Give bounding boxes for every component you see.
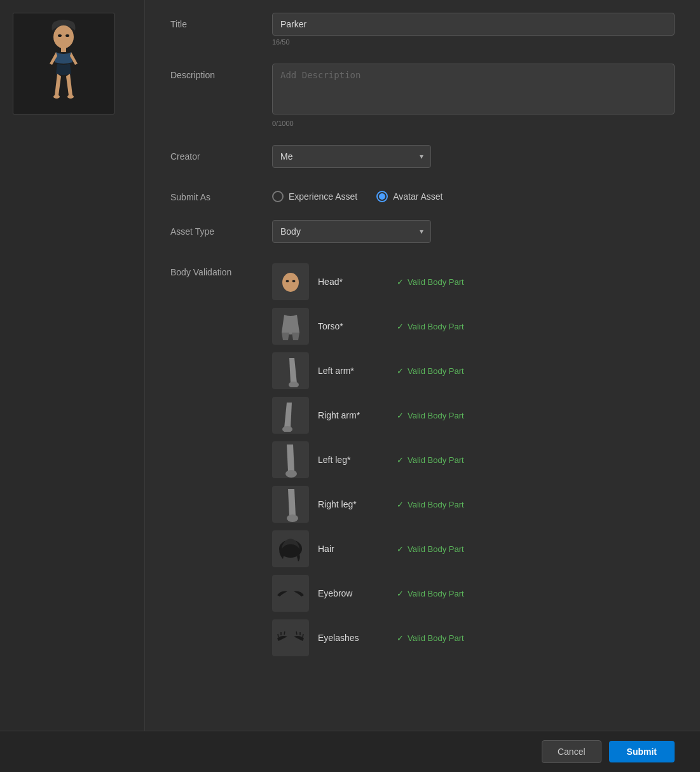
head-name: Head* <box>318 277 388 287</box>
avatar-figure <box>38 19 89 108</box>
hair-name: Hair <box>318 544 388 554</box>
right-leg-check-icon: ✓ <box>397 500 404 509</box>
radio-experience-label: Experience Asset <box>289 191 357 202</box>
left-arm-thumbnail <box>272 352 309 389</box>
left-leg-valid-badge: ✓ Valid Body Part <box>397 455 464 465</box>
sidebar <box>0 0 145 731</box>
right-leg-valid-badge: ✓ Valid Body Part <box>397 500 464 509</box>
svg-point-14 <box>287 514 298 522</box>
eyelashes-svg <box>275 628 306 647</box>
validation-item-eyebrow: Eyebrow ✓ Valid Body Part <box>272 572 675 614</box>
cancel-button[interactable]: Cancel <box>542 740 601 763</box>
submit-as-radio-group: Experience Asset Avatar Asset <box>272 186 675 202</box>
submit-button[interactable]: Submit <box>609 741 675 762</box>
eyelashes-thumbnail <box>272 619 309 656</box>
svg-line-18 <box>284 631 285 635</box>
radio-avatar-label: Avatar Asset <box>393 191 443 202</box>
description-control: 0/1000 <box>272 64 675 127</box>
torso-valid-badge: ✓ Valid Body Part <box>397 322 464 331</box>
eyelashes-valid-badge: ✓ Valid Body Part <box>397 633 464 643</box>
validation-item-right-leg: Right leg* ✓ Valid Body Part <box>272 483 675 525</box>
hair-thumbnail <box>272 530 309 567</box>
radio-experience-asset[interactable]: Experience Asset <box>272 191 357 202</box>
title-input[interactable] <box>272 13 675 36</box>
right-arm-thumbnail <box>272 397 309 434</box>
title-label: Title <box>170 13 272 29</box>
submit-as-label: Submit As <box>170 186 272 202</box>
eyebrow-valid-badge: ✓ Valid Body Part <box>397 589 464 598</box>
asset-type-select[interactable]: Body Head Torso Left Arm Right Arm Left … <box>272 220 431 243</box>
asset-type-label: Asset Type <box>170 220 272 237</box>
creator-select-wrapper: Me Group <box>272 145 431 168</box>
left-arm-check-icon: ✓ <box>397 366 404 376</box>
left-leg-valid-text: Valid Body Part <box>408 455 464 465</box>
left-leg-check-icon: ✓ <box>397 455 404 465</box>
head-svg <box>278 266 303 298</box>
validation-item-right-arm: Right arm* ✓ Valid Body Part <box>272 394 675 436</box>
creator-select[interactable]: Me Group <box>272 145 431 168</box>
svg-point-11 <box>289 382 299 387</box>
submit-as-control: Experience Asset Avatar Asset <box>272 186 675 202</box>
eyebrow-name: Eyebrow <box>318 588 388 598</box>
validation-item-left-leg: Left leg* ✓ Valid Body Part <box>272 439 675 481</box>
svg-point-13 <box>285 470 297 478</box>
asset-type-select-wrapper: Body Head Torso Left Arm Right Arm Left … <box>272 220 431 243</box>
validation-list: Head* ✓ Valid Body Part <box>272 261 675 659</box>
svg-line-16 <box>278 634 278 637</box>
head-valid-badge: ✓ Valid Body Part <box>397 277 464 287</box>
svg-point-8 <box>282 273 299 292</box>
title-char-count: 16/50 <box>272 38 675 46</box>
title-control: 16/50 <box>272 13 675 46</box>
creator-label: Creator <box>170 145 272 162</box>
left-arm-valid-text: Valid Body Part <box>408 366 464 376</box>
right-arm-valid-badge: ✓ Valid Body Part <box>397 411 464 420</box>
svg-point-5 <box>53 95 60 99</box>
hair-valid-badge: ✓ Valid Body Part <box>397 544 464 554</box>
svg-point-9 <box>286 280 289 282</box>
validation-item-torso: Torso* ✓ Valid Body Part <box>272 305 675 347</box>
right-arm-svg <box>277 399 305 432</box>
body-validation-control: Head* ✓ Valid Body Part <box>272 261 675 659</box>
radio-circle-avatar <box>376 191 388 202</box>
hair-check-icon: ✓ <box>397 544 404 554</box>
right-leg-name: Right leg* <box>318 499 388 509</box>
right-arm-check-icon: ✓ <box>397 411 404 420</box>
eyebrow-valid-text: Valid Body Part <box>408 589 464 598</box>
svg-point-6 <box>67 95 74 99</box>
right-arm-valid-text: Valid Body Part <box>408 411 464 420</box>
svg-point-3 <box>65 34 69 37</box>
description-row: Description 0/1000 <box>170 64 675 127</box>
radio-circle-experience <box>272 191 284 202</box>
svg-point-2 <box>58 34 62 37</box>
left-leg-thumbnail <box>272 441 309 478</box>
torso-name: Torso* <box>318 321 388 331</box>
head-thumbnail <box>272 263 309 300</box>
hair-svg <box>277 535 305 563</box>
description-char-count: 0/1000 <box>272 120 675 127</box>
eyelashes-check-icon: ✓ <box>397 633 404 643</box>
eyelashes-name: Eyelashes <box>318 633 388 643</box>
svg-line-19 <box>303 634 303 637</box>
creator-row: Creator Me Group <box>170 145 675 168</box>
left-leg-svg <box>277 442 305 478</box>
right-leg-thumbnail <box>272 486 309 523</box>
eyebrow-svg <box>275 584 306 603</box>
svg-point-1 <box>53 25 74 48</box>
torso-svg <box>277 310 305 343</box>
title-row: Title 16/50 <box>170 13 675 46</box>
creator-control: Me Group <box>272 145 675 168</box>
radio-avatar-asset[interactable]: Avatar Asset <box>376 191 443 202</box>
footer: Cancel Submit <box>0 731 700 772</box>
torso-thumbnail <box>272 308 309 345</box>
eyelashes-valid-text: Valid Body Part <box>408 633 464 643</box>
description-input[interactable] <box>272 64 675 114</box>
svg-point-10 <box>292 280 296 282</box>
torso-check-icon: ✓ <box>397 322 404 331</box>
validation-item-head: Head* ✓ Valid Body Part <box>272 261 675 303</box>
body-validation-label: Body Validation <box>170 261 272 277</box>
left-leg-name: Left leg* <box>318 455 388 465</box>
body-validation-row: Body Validation Head* <box>170 261 675 659</box>
right-leg-svg <box>277 486 305 522</box>
description-label: Description <box>170 64 272 80</box>
head-check-icon: ✓ <box>397 277 404 287</box>
